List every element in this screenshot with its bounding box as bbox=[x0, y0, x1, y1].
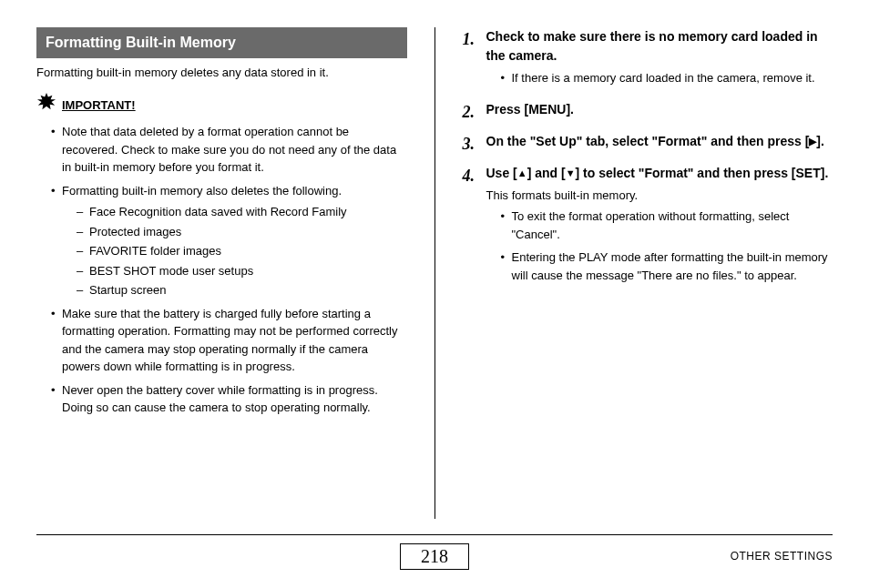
section-heading: Formatting Built-in Memory bbox=[36, 27, 407, 58]
column-divider bbox=[434, 27, 435, 519]
bullet-item: Note that data deleted by a format opera… bbox=[51, 123, 407, 177]
step-title: On the "Set Up" tab, select "Format" and… bbox=[486, 132, 833, 151]
important-callout: IMPORTANT! bbox=[36, 93, 407, 118]
left-column: Formatting Built-in Memory Formatting bu… bbox=[36, 27, 407, 519]
footer-row: 218 OTHER SETTINGS bbox=[36, 541, 833, 572]
bullet-item: Entering the PLAY mode after formatting … bbox=[501, 248, 833, 284]
step-title: Press [MENU]. bbox=[486, 100, 833, 119]
columns: Formatting Built-in Memory Formatting bu… bbox=[36, 27, 833, 519]
up-triangle-icon: ▲ bbox=[517, 167, 527, 178]
step-item: Press [MENU]. bbox=[463, 100, 833, 119]
important-bullets: Note that data deleted by a format opera… bbox=[36, 123, 407, 417]
bullet-item: If there is a memory card loaded in the … bbox=[501, 69, 833, 87]
dash-item: Startup screen bbox=[77, 281, 407, 299]
page-footer: 218 OTHER SETTINGS bbox=[36, 534, 833, 572]
intro-text: Formatting built-in memory deletes any d… bbox=[36, 64, 407, 82]
important-label: IMPORTANT! bbox=[62, 96, 136, 115]
bullet-item: Make sure that the battery is charged fu… bbox=[51, 305, 407, 376]
footer-rule bbox=[36, 534, 833, 535]
burst-icon bbox=[36, 93, 56, 118]
right-column: Check to make sure there is no memory ca… bbox=[463, 27, 833, 519]
bullet-text: Formatting built-in memory also deletes … bbox=[62, 184, 342, 198]
dash-item: Face Recognition data saved with Record … bbox=[77, 203, 407, 221]
step-bullets: To exit the format operation without for… bbox=[486, 208, 833, 284]
dash-item: Protected images bbox=[77, 223, 407, 241]
down-triangle-icon: ▼ bbox=[566, 167, 576, 178]
sub-dash-list: Face Recognition data saved with Record … bbox=[62, 203, 407, 299]
step-title: Use [▲] and [▼] to select "Format" and t… bbox=[486, 164, 833, 183]
step-title: Check to make sure there is no memory ca… bbox=[486, 27, 833, 66]
step-bullets: If there is a memory card loaded in the … bbox=[486, 69, 833, 87]
bullet-item: Never open the battery cover while forma… bbox=[51, 381, 407, 417]
step-item: Use [▲] and [▼] to select "Format" and t… bbox=[463, 164, 833, 285]
step-item: Check to make sure there is no memory ca… bbox=[463, 27, 833, 87]
page-number: 218 bbox=[400, 543, 469, 570]
footer-section-label: OTHER SETTINGS bbox=[731, 550, 833, 563]
step-item: On the "Set Up" tab, select "Format" and… bbox=[463, 132, 833, 151]
steps-list: Check to make sure there is no memory ca… bbox=[463, 27, 833, 284]
svg-marker-0 bbox=[37, 93, 56, 109]
dash-item: FAVORITE folder images bbox=[77, 242, 407, 260]
dash-item: BEST SHOT mode user setups bbox=[77, 262, 407, 280]
manual-page: Formatting Built-in Memory Formatting bu… bbox=[0, 0, 869, 588]
bullet-item: To exit the format operation without for… bbox=[501, 208, 833, 243]
bullet-item: Formatting built-in memory also deletes … bbox=[51, 182, 407, 299]
step-body-text: This formats built-in memory. bbox=[486, 187, 833, 205]
